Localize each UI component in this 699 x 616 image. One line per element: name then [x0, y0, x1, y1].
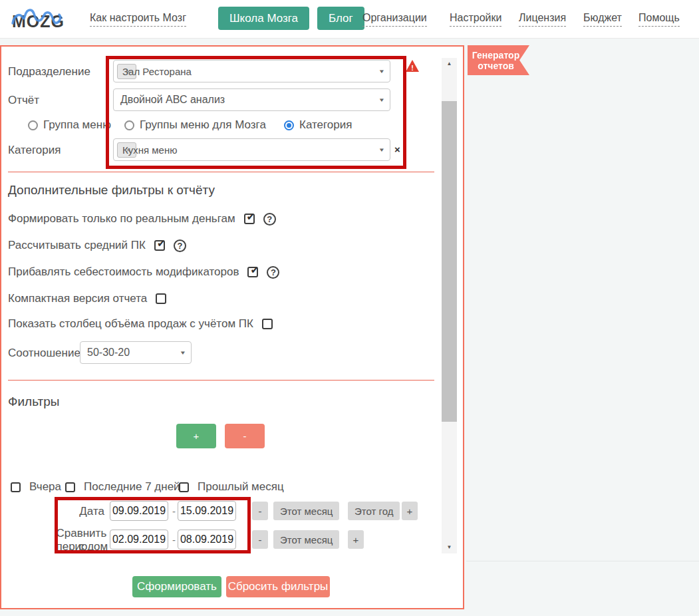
report-select[interactable]: Двойной АВС анализ ▼ — [113, 88, 390, 111]
checkbox-icon[interactable] — [262, 319, 273, 329]
checkbox-icon[interactable] — [247, 267, 258, 277]
compare-to-input[interactable] — [178, 530, 236, 549]
category-chip[interactable]: Кухня меню × — [117, 142, 136, 158]
compare-this-month-button[interactable]: Этот месяц — [273, 530, 339, 549]
scrollbar[interactable]: ▲ ▼ — [442, 58, 457, 553]
checkbox-row-real-money: Формировать только по реальным деньгам ? — [8, 212, 276, 226]
compare-prev-button[interactable]: - — [252, 530, 268, 549]
division-chip[interactable]: Зал Ресторана × — [117, 64, 136, 79]
checkbox-row-sales-volume: Показать столбец объёма продаж с учётом … — [8, 317, 273, 331]
checkbox-icon[interactable] — [65, 482, 75, 492]
checkbox-icon[interactable] — [11, 482, 21, 492]
add-filter-button[interactable]: + — [176, 424, 216, 448]
remove-filter-button[interactable]: - — [225, 424, 265, 448]
ratio-label: Соотношение — [8, 347, 80, 360]
checkbox-row-modifier-cost: Прибавлять себестоимость модификаторов ? — [8, 265, 279, 279]
chevron-down-icon: ▼ — [180, 350, 186, 356]
date-to-input[interactable] — [178, 501, 236, 521]
help-icon[interactable]: ? — [174, 239, 186, 252]
scroll-down-icon[interactable]: ▼ — [442, 541, 457, 553]
quick-range-yesterday[interactable]: Вчера — [11, 480, 61, 494]
radio-icon[interactable] — [284, 120, 294, 130]
compare-from-input[interactable] — [110, 530, 168, 549]
ribbon-line1: Генератор — [472, 50, 519, 61]
date-from-input[interactable] — [110, 501, 168, 521]
mozg-logo[interactable]: MOZG — [11, 5, 63, 34]
chevron-down-icon: ▼ — [378, 69, 385, 75]
school-button[interactable]: Школа Мозга — [218, 7, 309, 30]
category-select[interactable]: Кухня меню × ▼ — [113, 138, 390, 161]
help-icon[interactable]: ? — [267, 266, 279, 279]
chevron-down-icon: ▼ — [378, 147, 385, 153]
compare-label: Сравнить спериодом — [8, 527, 104, 540]
division-select[interactable]: Зал Ресторана × ▼ — [113, 60, 390, 82]
date-prev-button[interactable]: - — [252, 502, 268, 520]
checkbox-icon[interactable] — [156, 293, 166, 304]
checkbox-icon[interactable] — [154, 240, 165, 251]
warning-icon: ! — [406, 60, 419, 72]
checkbox-row-avg-pk: Рассчитывать средний ПК ? — [8, 239, 186, 252]
radio-category[interactable]: Категория — [284, 118, 352, 132]
extra-filters-title: Дополнительные фильтры к отчёту — [8, 183, 215, 198]
help-icon[interactable]: ? — [263, 213, 276, 226]
ratio-value: 50-30-20 — [87, 347, 130, 359]
date-separator: - — [172, 506, 176, 517]
scroll-up-icon[interactable]: ▲ — [442, 58, 457, 70]
submit-button[interactable]: Сформировать — [132, 576, 221, 597]
radio-menu-group[interactable]: Группа меню — [28, 118, 111, 132]
checkbox-row-compact: Компактная версия отчета ? — [8, 292, 166, 305]
date-label: Дата — [8, 505, 104, 518]
nav-link-settings[interactable]: Настройки — [450, 12, 501, 27]
report-label: Отчёт — [8, 94, 39, 107]
category-clear-icon[interactable]: × — [394, 144, 400, 155]
quick-range-last7days[interactable]: Последние 7 дней — [65, 480, 180, 494]
nav-link-budget[interactable]: Бюджет — [583, 12, 622, 27]
date-this-year-button[interactable]: Этот год — [348, 502, 400, 520]
ratio-select[interactable]: 50-30-20 ▼ — [80, 341, 192, 364]
blog-button[interactable]: Блог — [317, 7, 364, 30]
division-label: Подразделение — [8, 65, 90, 78]
section-divider — [8, 172, 434, 172]
report-generator-ribbon: Генератор отчетов — [468, 45, 529, 75]
radio-icon[interactable] — [28, 120, 38, 130]
top-navigation: MOZG Как настроить Мозг Школа Мозга Блог… — [0, 0, 699, 39]
quick-range-lastmonth[interactable]: Прошлый месяц — [179, 480, 284, 494]
content-divider — [466, 561, 699, 561]
filters-title: Фильтры — [8, 394, 59, 409]
section-divider — [8, 380, 434, 381]
logo-wave-icon — [11, 5, 63, 34]
checkbox-icon[interactable] — [244, 214, 255, 224]
date-this-month-button[interactable]: Этот месяц — [273, 502, 339, 520]
radio-icon[interactable] — [124, 120, 134, 130]
radio-menu-groups-mozg[interactable]: Группы меню для Мозга — [124, 118, 266, 132]
nav-link-help[interactable]: Помощь — [638, 12, 680, 27]
compare-next-button[interactable]: + — [348, 530, 364, 549]
date-next-button[interactable]: + — [402, 502, 418, 520]
report-filter-panel: Подразделение Зал Ресторана × ▼ ! Отчёт … — [0, 45, 464, 609]
nav-link-license[interactable]: Лицензия — [519, 12, 566, 27]
scrollbar-thumb[interactable] — [442, 101, 457, 422]
ribbon-line2: отчетов — [478, 61, 514, 71]
nav-link-setup[interactable]: Как настроить Мозг — [90, 12, 186, 27]
compare-separator: - — [172, 534, 176, 545]
checkbox-icon[interactable] — [179, 482, 189, 492]
chevron-down-icon: ▼ — [378, 97, 385, 103]
report-value: Двойной АВС анализ — [120, 94, 225, 106]
reset-filters-button[interactable]: Сбросить фильтры — [226, 576, 330, 597]
nav-link-organizations[interactable]: Организации — [362, 12, 427, 27]
category-label: Категория — [8, 144, 61, 157]
